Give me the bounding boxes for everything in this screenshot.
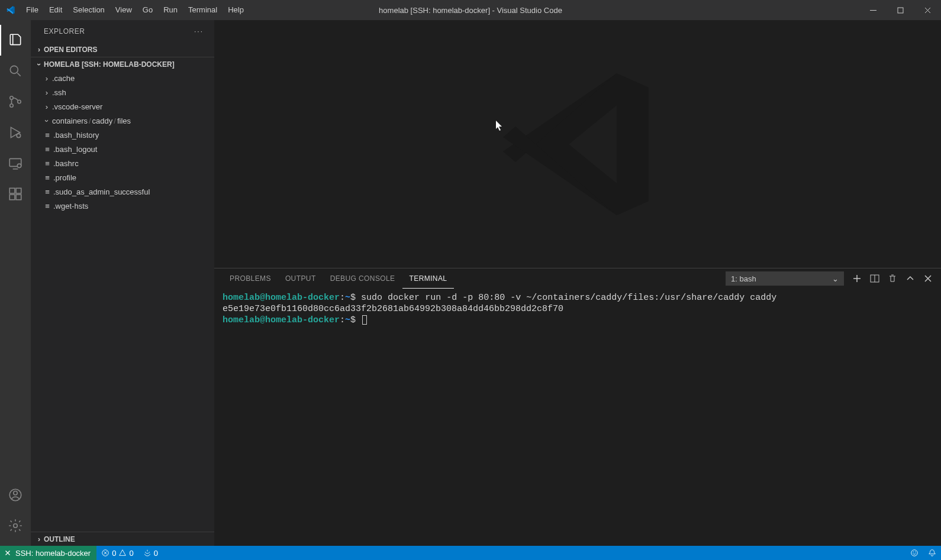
file-bash-logout[interactable]: ≡ .bash_logout bbox=[31, 142, 214, 156]
folder-label: .ssh bbox=[52, 88, 66, 97]
workspace-header[interactable]: › HOMELAB [SSH: HOMELAB-DOCKER] bbox=[31, 57, 214, 71]
status-bar: SSH: homelab-docker 0 0 0 bbox=[0, 546, 941, 560]
svg-point-5 bbox=[18, 100, 21, 103]
folder-containers-caddy-files[interactable]: › containers/caddy/files bbox=[31, 114, 214, 128]
menu-help[interactable]: Help bbox=[223, 0, 249, 20]
file-label: .bash_logout bbox=[53, 145, 97, 154]
status-feedback[interactable] bbox=[905, 549, 923, 557]
svg-rect-0 bbox=[870, 10, 876, 11]
editor-empty bbox=[214, 20, 941, 268]
menu-file[interactable]: File bbox=[21, 0, 44, 20]
tab-terminal[interactable]: TERMINAL bbox=[402, 268, 455, 289]
file-bashrc[interactable]: ≡ .bashrc bbox=[31, 156, 214, 170]
open-editors-label: OPEN EDITORS bbox=[44, 46, 97, 54]
menu-view[interactable]: View bbox=[110, 0, 137, 20]
svg-point-2 bbox=[10, 66, 18, 73]
file-sudo-admin[interactable]: ≡ .sudo_as_admin_successful bbox=[31, 184, 214, 199]
svg-point-8 bbox=[17, 164, 21, 168]
window-title: homelab [SSH: homelab-docker] - Visual S… bbox=[379, 6, 562, 15]
activity-settings[interactable] bbox=[0, 510, 31, 541]
status-ports-count: 0 bbox=[154, 549, 158, 558]
folder-label: .cache bbox=[52, 74, 75, 83]
sidebar-more-icon[interactable]: ··· bbox=[194, 27, 204, 35]
file-icon: ≡ bbox=[41, 202, 53, 211]
tab-output[interactable]: OUTPUT bbox=[278, 268, 323, 289]
terminal-prompt-symbol: $ bbox=[350, 293, 356, 303]
folder-label: .vscode-server bbox=[52, 102, 102, 111]
tab-problems[interactable]: PROBLEMS bbox=[223, 268, 278, 289]
svg-point-6 bbox=[17, 134, 20, 138]
folder-ssh[interactable]: › .ssh bbox=[31, 85, 214, 99]
cursor-icon bbox=[496, 121, 503, 131]
svg-point-20 bbox=[915, 552, 916, 552]
terminal-prompt-path: ~ bbox=[345, 315, 350, 325]
sidebar-title-label: EXPLORER bbox=[44, 27, 85, 35]
kill-terminal-button[interactable] bbox=[888, 274, 897, 283]
vscode-logo-icon bbox=[0, 5, 21, 15]
folder-vscode-server[interactable]: › .vscode-server bbox=[31, 99, 214, 114]
status-ports[interactable]: 0 bbox=[138, 546, 163, 560]
split-terminal-button[interactable] bbox=[870, 274, 879, 283]
activity-run-debug[interactable] bbox=[0, 117, 31, 148]
maximize-button[interactable] bbox=[887, 0, 914, 20]
menu-selection[interactable]: Selection bbox=[67, 0, 109, 20]
chevron-down-icon: › bbox=[43, 115, 51, 126]
terminal-body[interactable]: homelab@homelab-docker:~$ sudo docker ru… bbox=[214, 289, 941, 546]
svg-point-3 bbox=[10, 96, 13, 99]
file-icon: ≡ bbox=[41, 145, 53, 154]
terminal-cursor bbox=[362, 315, 367, 325]
terminal-prompt-symbol: $ bbox=[350, 315, 356, 325]
chevron-right-icon: › bbox=[34, 535, 44, 543]
file-icon: ≡ bbox=[41, 173, 53, 182]
activity-remote-explorer[interactable] bbox=[0, 148, 31, 179]
terminal-line: homelab@homelab-docker:~$ sudo docker ru… bbox=[223, 292, 933, 303]
maximize-panel-button[interactable] bbox=[905, 274, 915, 283]
menu-terminal[interactable]: Terminal bbox=[183, 0, 223, 20]
file-wget-hsts[interactable]: ≡ .wget-hsts bbox=[31, 199, 214, 213]
status-errors: 0 bbox=[112, 549, 116, 558]
minimize-button[interactable] bbox=[859, 0, 887, 20]
vscode-watermark-icon bbox=[489, 56, 666, 233]
editor-area: PROBLEMS OUTPUT DEBUG CONSOLE TERMINAL 1… bbox=[214, 20, 941, 546]
activity-search[interactable] bbox=[0, 56, 31, 86]
open-editors-header[interactable]: › OPEN EDITORS bbox=[31, 43, 214, 57]
menu-edit[interactable]: Edit bbox=[44, 0, 67, 20]
status-problems[interactable]: 0 0 bbox=[96, 546, 138, 560]
svg-point-4 bbox=[10, 104, 13, 107]
activity-explorer[interactable] bbox=[0, 25, 31, 56]
folder-cache[interactable]: › .cache bbox=[31, 71, 214, 85]
chevron-right-icon: › bbox=[41, 88, 52, 97]
status-notifications[interactable] bbox=[923, 549, 941, 557]
svg-point-15 bbox=[14, 524, 18, 528]
file-label: .profile bbox=[53, 173, 76, 182]
activity-extensions[interactable] bbox=[0, 179, 31, 209]
close-panel-button[interactable] bbox=[923, 274, 933, 283]
outline-header[interactable]: › OUTLINE bbox=[31, 532, 214, 546]
file-profile[interactable]: ≡ .profile bbox=[31, 170, 214, 184]
menu-go[interactable]: Go bbox=[137, 0, 158, 20]
activity-source-control[interactable] bbox=[0, 86, 31, 117]
svg-point-19 bbox=[913, 552, 914, 552]
chevron-down-icon: ⌄ bbox=[832, 274, 839, 283]
close-button[interactable] bbox=[914, 0, 941, 20]
status-warnings: 0 bbox=[129, 549, 133, 558]
panel-tabs: PROBLEMS OUTPUT DEBUG CONSOLE TERMINAL 1… bbox=[214, 268, 941, 289]
menu-run[interactable]: Run bbox=[158, 0, 183, 20]
svg-rect-9 bbox=[9, 188, 15, 193]
terminal-prompt-user: homelab@homelab-docker bbox=[223, 315, 340, 325]
titlebar: File Edit Selection View Go Run Terminal… bbox=[0, 0, 941, 20]
file-label: .bashrc bbox=[53, 159, 79, 168]
new-terminal-button[interactable] bbox=[852, 274, 862, 283]
file-bash-history[interactable]: ≡ .bash_history bbox=[31, 128, 214, 142]
terminal-line: homelab@homelab-docker:~$ bbox=[223, 315, 933, 326]
svg-point-18 bbox=[911, 550, 918, 556]
terminal-selector[interactable]: 1: bash ⌄ bbox=[726, 271, 844, 286]
file-label: .sudo_as_admin_successful bbox=[53, 187, 150, 196]
chevron-right-icon: › bbox=[41, 74, 52, 83]
svg-point-14 bbox=[14, 491, 18, 496]
status-remote[interactable]: SSH: homelab-docker bbox=[0, 546, 96, 560]
outline-label: OUTLINE bbox=[44, 535, 75, 543]
chevron-right-icon: › bbox=[41, 102, 52, 111]
tab-debug-console[interactable]: DEBUG CONSOLE bbox=[323, 268, 402, 289]
activity-accounts[interactable] bbox=[0, 480, 31, 510]
